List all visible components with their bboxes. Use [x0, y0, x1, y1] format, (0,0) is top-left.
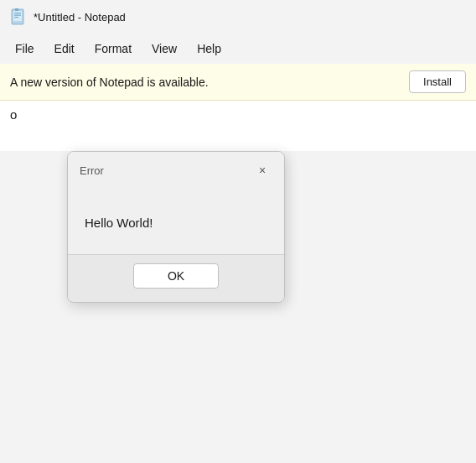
- menu-format[interactable]: Format: [86, 39, 140, 59]
- svg-rect-5: [15, 8, 18, 11]
- menu-file[interactable]: File: [7, 39, 43, 59]
- error-dialog: Error × Hello World! OK: [67, 151, 285, 303]
- dialog-title: Error: [80, 164, 104, 177]
- menu-view[interactable]: View: [143, 39, 185, 59]
- title-bar-text: *Untitled - Notepad: [34, 11, 126, 23]
- svg-rect-4: [14, 17, 18, 18]
- editor-content[interactable]: o: [0, 101, 476, 151]
- svg-rect-1: [13, 11, 22, 21]
- notification-text: A new version of Notepad is available.: [10, 75, 209, 89]
- dialog-body: Hello World!: [68, 187, 284, 254]
- svg-rect-3: [14, 15, 21, 16]
- install-button[interactable]: Install: [409, 70, 466, 93]
- menu-edit[interactable]: Edit: [46, 39, 83, 59]
- svg-rect-2: [14, 13, 21, 13]
- dialog-ok-button[interactable]: OK: [133, 263, 219, 289]
- editor-text: o: [10, 107, 17, 122]
- title-bar: *Untitled - Notepad: [0, 0, 476, 34]
- menu-help[interactable]: Help: [189, 39, 230, 59]
- menu-bar: File Edit Format View Help: [0, 34, 476, 64]
- notification-banner: A new version of Notepad is available. I…: [0, 64, 476, 101]
- dialog-footer: OK: [68, 254, 284, 302]
- dialog-message: Hello World!: [85, 216, 153, 230]
- dialog-close-button[interactable]: ×: [252, 160, 272, 180]
- dialog-title-bar: Error ×: [68, 152, 284, 187]
- notepad-icon: [10, 8, 27, 25]
